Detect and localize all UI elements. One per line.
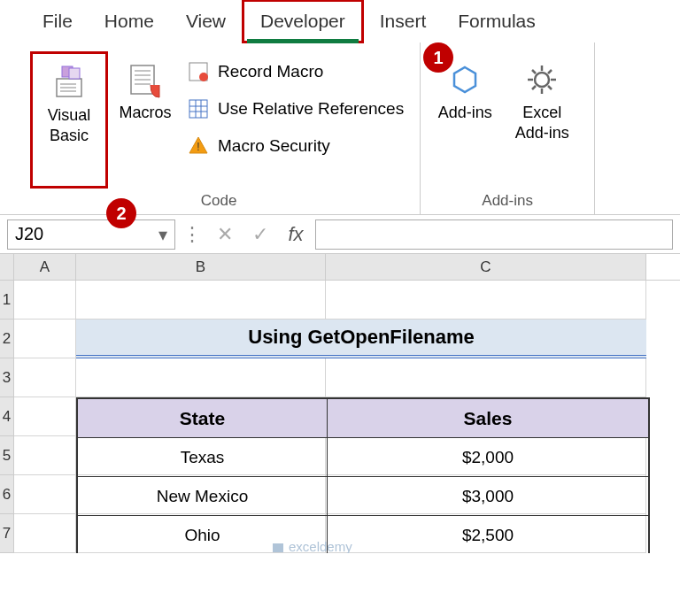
ribbon: Visual Basic Macros Record Macr: [0, 42, 680, 215]
tab-home[interactable]: Home: [89, 2, 170, 41]
macros-icon: [126, 57, 165, 103]
cell[interactable]: [326, 358, 646, 397]
cell[interactable]: [14, 397, 76, 436]
gear-icon: [522, 57, 561, 103]
column-header-b[interactable]: B: [76, 254, 326, 280]
table-cell[interactable]: $2,500: [328, 516, 648, 553]
column-header-c[interactable]: C: [326, 254, 646, 280]
watermark: exceldemy: [271, 539, 352, 553]
table-header-sales[interactable]: Sales: [328, 399, 648, 438]
select-all-corner[interactable]: [0, 254, 14, 280]
tab-developer[interactable]: Developer: [242, 0, 364, 43]
record-macro-icon: [186, 59, 211, 84]
tab-insert[interactable]: Insert: [364, 2, 443, 41]
callout-1: 1: [423, 42, 453, 73]
warning-icon: !: [186, 134, 211, 158]
addins-group-label: Add-ins: [433, 189, 582, 210]
table-cell[interactable]: $3,000: [328, 477, 648, 516]
svg-rect-13: [189, 100, 207, 118]
cell[interactable]: [76, 358, 326, 397]
visual-basic-icon: [50, 59, 89, 105]
name-box[interactable]: J20 ▾: [7, 219, 175, 250]
svg-line-27: [548, 70, 552, 73]
row-header[interactable]: 1: [0, 281, 14, 320]
data-table: State Sales Texas $2,000 New Mexico $3,0…: [76, 397, 650, 553]
cell[interactable]: [14, 475, 76, 514]
row-header[interactable]: 2: [0, 320, 14, 358]
table-icon: [186, 96, 211, 121]
row-header[interactable]: 3: [0, 358, 14, 397]
cell[interactable]: [14, 514, 76, 553]
row-header[interactable]: 7: [0, 514, 14, 553]
tab-formulas[interactable]: Formulas: [442, 2, 552, 41]
chevron-down-icon[interactable]: ▾: [158, 224, 167, 245]
svg-rect-28: [273, 543, 283, 552]
code-group-label: Code: [30, 189, 407, 210]
cell[interactable]: [14, 358, 76, 397]
relative-references-button[interactable]: Use Relative References: [182, 92, 407, 126]
table-cell[interactable]: Texas: [78, 438, 328, 477]
cell[interactable]: [14, 281, 76, 320]
excel-addins-button[interactable]: Excel Add-ins: [502, 51, 582, 189]
macros-button[interactable]: Macros: [113, 51, 177, 189]
row-header[interactable]: 4: [0, 397, 14, 436]
cell[interactable]: [14, 436, 76, 475]
cancel-button[interactable]: ✕: [209, 219, 241, 250]
formula-input[interactable]: [315, 219, 673, 250]
record-macro-button[interactable]: Record Macro: [182, 55, 407, 89]
visual-basic-button[interactable]: Visual Basic: [30, 51, 108, 189]
column-headers: A B C: [0, 254, 680, 281]
svg-text:!: !: [197, 141, 199, 153]
callout-2: 2: [106, 198, 136, 228]
svg-point-12: [199, 73, 208, 81]
fx-button[interactable]: fx: [280, 219, 312, 250]
row-header[interactable]: 5: [0, 436, 14, 475]
cell[interactable]: [326, 281, 646, 320]
tab-file[interactable]: File: [27, 2, 89, 41]
grid: 1 2 3 4 5 6 7 Using GetOpenFilename Stat…: [0, 281, 680, 553]
cell[interactable]: [76, 281, 326, 320]
enter-button[interactable]: ✓: [244, 219, 276, 250]
svg-line-25: [548, 86, 552, 89]
svg-rect-5: [69, 68, 80, 79]
formula-bar: J20 ▾ ⋮ ✕ ✓ fx: [0, 215, 680, 254]
table-cell[interactable]: New Mexico: [78, 477, 328, 516]
svg-point-19: [535, 73, 549, 87]
table-header-state[interactable]: State: [78, 399, 328, 438]
macro-security-button[interactable]: ! Macro Security: [182, 129, 407, 163]
tab-view[interactable]: View: [170, 2, 242, 41]
merged-title-cell[interactable]: Using GetOpenFilename: [76, 320, 646, 358]
table-cell[interactable]: $2,000: [328, 438, 648, 477]
row-header[interactable]: 6: [0, 475, 14, 514]
more-icon[interactable]: ⋮: [179, 223, 205, 246]
ribbon-tabs: File Home View Developer Insert Formulas: [0, 0, 680, 42]
svg-line-24: [532, 70, 536, 73]
cell[interactable]: [14, 320, 76, 358]
column-header-a[interactable]: A: [14, 254, 76, 280]
svg-line-26: [532, 86, 536, 89]
